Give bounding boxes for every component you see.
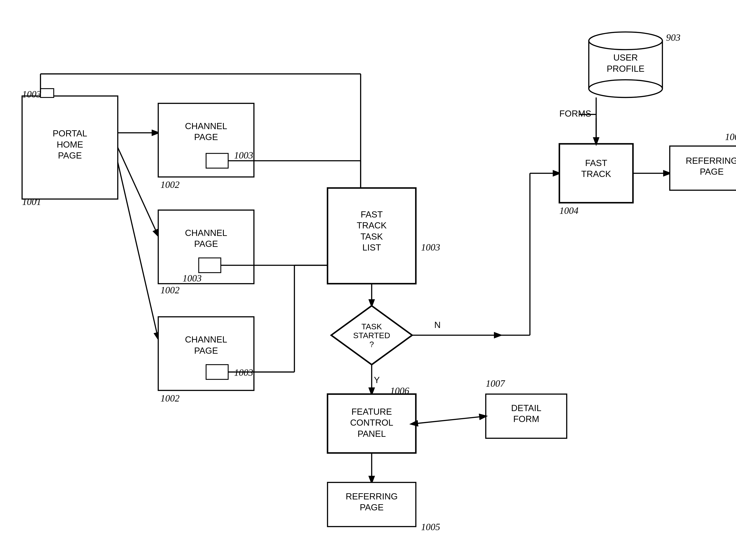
portal-home-page-label3: PAGE — [58, 151, 82, 160]
channel-page-2-label1: CHANNEL — [185, 228, 227, 238]
ft-label1: FAST — [585, 158, 607, 168]
fttl-label3: TASK — [360, 232, 383, 241]
ts-label1: TASK — [361, 322, 382, 331]
label-1005-bottom: 1005 — [421, 522, 440, 532]
channel-page-3-label2: PAGE — [194, 346, 218, 355]
y-label: Y — [374, 375, 380, 385]
rpb-label2: PAGE — [360, 502, 384, 512]
up-label2: PROFILE — [607, 64, 644, 74]
fttl-label2: TRACK — [357, 220, 387, 230]
label-1003-portal: 1003 — [22, 89, 41, 100]
arrow-fcp-detail — [416, 416, 486, 423]
fcp-label3: PANEL — [358, 429, 386, 439]
df-label2: FORM — [513, 414, 539, 424]
fttl-label1: FAST — [361, 210, 383, 219]
fcp-label1: FEATURE — [351, 407, 392, 417]
portal-widget — [41, 89, 54, 97]
rpr-label1: REFERRING — [686, 156, 736, 166]
channel-page-3-label1: CHANNEL — [185, 335, 227, 344]
rpr-label2: PAGE — [700, 167, 724, 176]
fcp-label2: CONTROL — [350, 418, 393, 427]
label-1003-2: 1003 — [183, 273, 202, 284]
label-1001: 1001 — [22, 197, 41, 207]
label-1003-1: 1003 — [234, 150, 253, 161]
label-1002-3: 1002 — [161, 393, 180, 404]
label-1002-1: 1002 — [161, 180, 180, 190]
forms-label: FORMS — [559, 109, 591, 118]
rpb-label1: REFERRING — [346, 491, 398, 501]
channel-page-2-label2: PAGE — [194, 239, 218, 249]
ts-label3: ? — [369, 340, 374, 349]
ft-label2: TRACK — [581, 169, 611, 179]
channel-page-1-label2: PAGE — [194, 132, 218, 142]
label-1004: 1004 — [559, 205, 578, 216]
diagram-container: PORTAL HOME PAGE 1001 CHANNEL PAGE 1002 … — [0, 0, 736, 560]
label-1005-right: 1005 — [725, 132, 736, 142]
fttl-label4: LIST — [362, 243, 381, 252]
portal-home-page-label2: HOME — [57, 140, 83, 149]
channel-page-1-label1: CHANNEL — [185, 121, 227, 131]
channel-page-3-widget — [206, 365, 228, 379]
channel-page-1-widget — [206, 153, 228, 168]
df-label1: DETAIL — [511, 403, 541, 413]
label-1003-tasklist: 1003 — [421, 242, 440, 253]
user-profile-cylinder-bottom — [589, 80, 662, 97]
user-profile-cylinder-top — [589, 32, 662, 50]
label-903: 903 — [666, 32, 680, 43]
arrow-portal-to-ch3 — [118, 162, 158, 339]
arrow-portal-to-ch2 — [118, 148, 158, 236]
up-label1: USER — [613, 53, 638, 62]
label-1007: 1007 — [486, 378, 505, 389]
n-label: N — [434, 320, 441, 330]
label-1002-2: 1002 — [161, 285, 180, 295]
channel-page-2-widget — [199, 258, 221, 273]
portal-home-page-label: PORTAL — [53, 128, 87, 138]
ts-label2: STARTED — [353, 331, 390, 340]
